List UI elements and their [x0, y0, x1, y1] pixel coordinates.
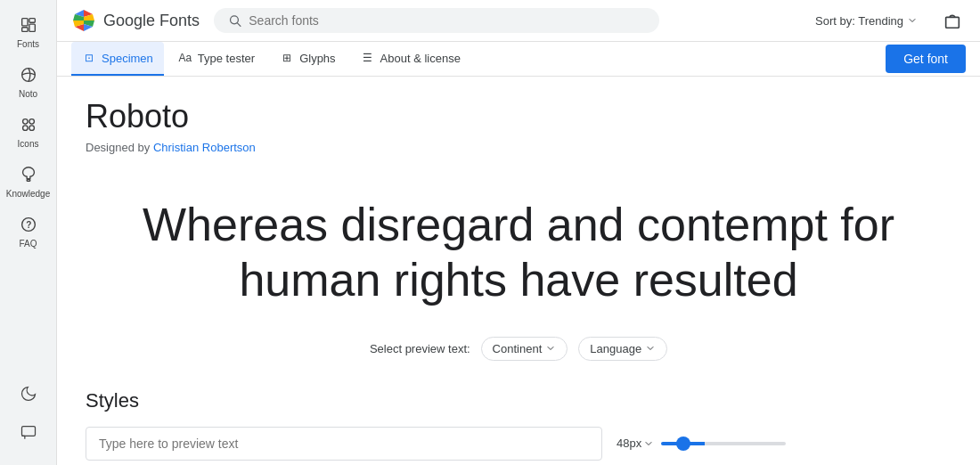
svg-rect-15: [946, 17, 960, 28]
svg-point-8: [29, 126, 33, 131]
styles-section-title: Styles: [86, 389, 951, 412]
chat-icon: [18, 422, 39, 444]
font-name: Roboto: [86, 98, 951, 135]
designer-link[interactable]: Christian Robertson: [153, 141, 256, 154]
tab-glyphs[interactable]: ⊞ Glyphs: [269, 42, 346, 76]
icons-icon: [18, 114, 39, 135]
tabs-bar: ⊡ Specimen Aa Type tester ⊞ Glyphs ☰ Abo…: [57, 42, 980, 77]
svg-rect-2: [29, 24, 34, 31]
font-preview-text: Whereas disregard and contempt for human…: [86, 175, 951, 337]
about-icon: ☰: [361, 51, 375, 65]
chevron-down-icon: [907, 15, 918, 26]
type-tester-icon: Aa: [178, 51, 192, 65]
get-font-button[interactable]: Get font: [886, 45, 966, 73]
svg-point-5: [22, 119, 27, 125]
noto-icon: [18, 64, 39, 86]
search-input[interactable]: [249, 13, 645, 28]
svg-rect-0: [21, 19, 27, 26]
content-area: Roboto Designed by Christian Robertson W…: [57, 77, 980, 465]
chevron-down-icon: [545, 343, 556, 354]
header-right: Sort by: Trending: [808, 7, 966, 34]
fonts-icon: [18, 14, 39, 36]
app-title: Google Fonts: [103, 12, 200, 30]
preview-input-row: 48px: [86, 427, 951, 461]
size-label: 48px: [617, 436, 654, 450]
size-slider[interactable]: [661, 442, 786, 445]
chevron-down-icon: [643, 438, 654, 449]
cart-button[interactable]: [939, 7, 966, 34]
svg-rect-3: [21, 28, 27, 32]
header: Google Fonts Sort by: Trending: [57, 0, 980, 42]
chevron-down-icon: [645, 343, 656, 354]
sidebar-item-noto-label: Noto: [19, 89, 37, 100]
sidebar-item-knowledge[interactable]: Knowledge: [0, 157, 56, 207]
select-preview-label: Select preview text:: [370, 342, 470, 355]
svg-text:?: ?: [26, 220, 31, 230]
language-dropdown[interactable]: Language: [578, 337, 667, 361]
dark-mode-toggle[interactable]: [14, 376, 43, 412]
glyphs-icon: ⊞: [280, 51, 294, 65]
google-logo: [71, 8, 96, 33]
continent-dropdown[interactable]: Continent: [481, 337, 568, 361]
svg-rect-12: [21, 427, 35, 436]
tab-specimen[interactable]: ⊡ Specimen: [71, 42, 164, 76]
shopping-bag-icon: [943, 11, 962, 30]
tab-type-tester[interactable]: Aa Type tester: [167, 42, 265, 76]
main-content: Google Fonts Sort by: Trending: [57, 0, 980, 465]
svg-rect-1: [29, 19, 34, 23]
sidebar-item-knowledge-label: Knowledge: [6, 189, 50, 200]
svg-rect-9: [27, 180, 30, 182]
sidebar-item-noto[interactable]: Noto: [0, 57, 56, 107]
size-slider-wrap[interactable]: [661, 442, 786, 445]
sidebar: Fonts Noto Icons: [0, 0, 57, 465]
size-control: 48px: [617, 436, 786, 450]
svg-point-6: [29, 119, 33, 125]
styles-section: Styles 48px Thin 100 Whe: [86, 389, 951, 465]
search-bar[interactable]: [214, 8, 659, 33]
chat-button[interactable]: [14, 415, 43, 451]
svg-point-7: [22, 126, 27, 131]
preview-text-input[interactable]: [86, 427, 602, 461]
tab-about[interactable]: ☰ About & license: [350, 42, 471, 76]
search-icon: [228, 13, 241, 28]
svg-point-4: [21, 69, 35, 82]
knowledge-icon: [18, 164, 39, 185]
dark-mode-icon: [18, 383, 39, 404]
sidebar-item-fonts[interactable]: Fonts: [0, 7, 56, 57]
sort-button[interactable]: Sort by: Trending: [808, 11, 925, 31]
sidebar-item-faq[interactable]: ? FAQ: [0, 207, 56, 257]
sidebar-item-fonts-label: Fonts: [17, 39, 39, 50]
sidebar-item-icons[interactable]: Icons: [0, 107, 56, 157]
faq-icon: ?: [18, 214, 39, 235]
svg-line-14: [238, 23, 241, 26]
select-preview-row: Select preview text: Continent Language: [86, 337, 951, 361]
logo-area: Google Fonts: [71, 8, 200, 33]
specimen-icon: ⊡: [82, 51, 96, 65]
sidebar-item-icons-label: Icons: [18, 139, 39, 150]
designer-line: Designed by Christian Robertson: [86, 141, 951, 154]
sidebar-item-faq-label: FAQ: [19, 239, 37, 249]
